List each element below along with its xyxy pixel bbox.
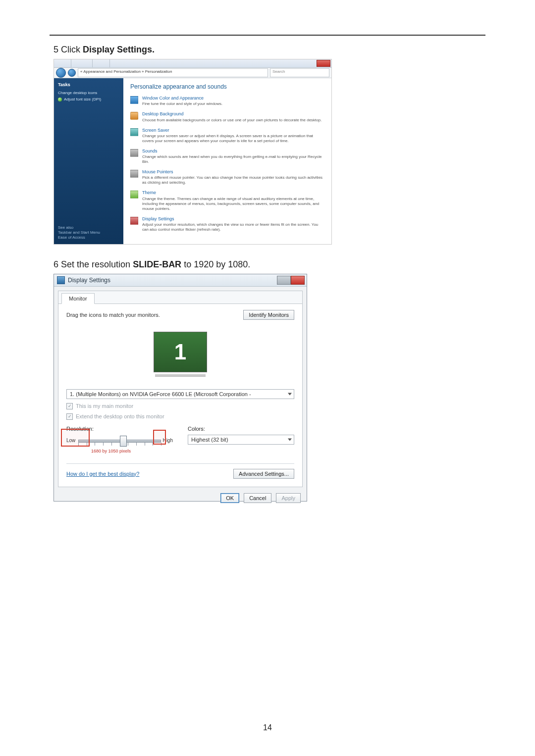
sidebar-heading: Tasks xyxy=(58,82,119,88)
close-button[interactable] xyxy=(291,276,305,285)
extend-desktop-checkbox: ✓ Extend the desktop onto this monitor xyxy=(66,413,294,420)
panel-title: Personalize appearance and sounds xyxy=(130,83,324,91)
slider-low-label: Low xyxy=(66,438,75,443)
personalize-item[interactable]: Mouse Pointers Pick a different mouse po… xyxy=(130,169,324,185)
resolution-slider[interactable]: Low High 1680 by 1050 pixels xyxy=(66,435,173,454)
item-desc: Pick a different mouse pointer. You can … xyxy=(142,175,324,185)
breadcrumb[interactable]: « Appearance and Personalization » Perso… xyxy=(78,68,268,77)
item-title: Window Color and Appearance xyxy=(142,96,222,101)
window-tabstrip xyxy=(54,59,331,68)
window-tab[interactable] xyxy=(54,59,71,67)
advanced-settings-button[interactable]: Advanced Settings... xyxy=(233,469,294,479)
personalize-item[interactable]: Desktop Background Choose from available… xyxy=(130,111,324,122)
personalize-item[interactable]: Sounds Change which sounds are heard whe… xyxy=(130,149,324,164)
minimize-button[interactable] xyxy=(277,276,291,285)
personalization-window: « Appearance and Personalization » Perso… xyxy=(54,59,332,245)
item-desc: Change the theme. Themes can change a wi… xyxy=(142,197,324,211)
item-title: Theme xyxy=(142,190,324,196)
window-color-icon xyxy=(130,96,138,104)
resolution-label: Resolution: xyxy=(66,426,173,432)
step-5-pre: Click xyxy=(61,45,83,54)
seealso-item[interactable]: Taskbar and Start Menu xyxy=(58,230,100,235)
top-rule xyxy=(50,35,485,36)
step-5: 5 Click Display Settings. xyxy=(54,45,485,55)
help-link[interactable]: How do I get the best display? xyxy=(66,471,139,477)
step-6-post: to 1920 by 1080. xyxy=(181,259,250,269)
forward-button[interactable] xyxy=(68,69,76,77)
item-desc: Change which sounds are heard when you d… xyxy=(142,154,324,164)
identify-monitors-button[interactable]: Identify Monitors xyxy=(243,310,294,320)
step-6: 6 Set the resolution SLIDE-BAR to 1920 b… xyxy=(54,259,485,270)
item-title: Desktop Background xyxy=(142,111,321,117)
resolution-readout: 1680 by 1050 pixels xyxy=(91,449,131,454)
checkbox-icon: ✓ xyxy=(66,413,73,420)
address-bar: « Appearance and Personalization » Perso… xyxy=(54,68,331,78)
colors-select[interactable]: Highest (32 bit) xyxy=(188,435,294,445)
item-desc: Change your screen saver or adjust when … xyxy=(142,134,324,144)
titlebar: Display Settings xyxy=(54,274,307,287)
checkbox-label: Extend the desktop onto this monitor xyxy=(76,413,164,419)
page-number: 14 xyxy=(0,723,535,732)
window-tab[interactable] xyxy=(71,59,93,67)
search-input[interactable]: Search xyxy=(270,68,329,77)
main-panel: Personalize appearance and sounds Window… xyxy=(123,78,331,244)
main-monitor-checkbox: ✓ This is my main monitor xyxy=(66,403,294,409)
checkbox-label: This is my main monitor xyxy=(76,403,133,409)
item-title: Screen Saver xyxy=(142,128,324,133)
mouse-pointer-icon xyxy=(130,170,138,178)
sidebar: Tasks Change desktop icons Adjust font s… xyxy=(54,78,123,244)
sidebar-item[interactable]: Change desktop icons xyxy=(58,91,119,96)
checkbox-icon: ✓ xyxy=(66,403,73,409)
ok-button[interactable]: OK xyxy=(220,493,239,503)
sidebar-seealso: See also Taskbar and Start Menu Ease of … xyxy=(58,225,100,240)
item-desc: Adjust your monitor resolution, which ch… xyxy=(142,222,324,232)
step-6-pre: Set the resolution xyxy=(61,259,133,269)
cancel-button[interactable]: Cancel xyxy=(244,493,271,503)
personalize-item[interactable]: Window Color and Appearance Fine tune th… xyxy=(130,96,324,106)
divider xyxy=(66,463,294,464)
dialog-buttons: OK Cancel Apply xyxy=(54,491,307,501)
step-5-num: 5 xyxy=(54,45,58,54)
resolution-group: Resolution: Low High xyxy=(66,426,173,454)
screen-saver-icon xyxy=(130,128,138,136)
window-tab[interactable] xyxy=(93,59,110,67)
slider-high-label: High xyxy=(162,438,173,443)
drag-label: Drag the icons to match your monitors. xyxy=(66,312,160,318)
tab-monitor[interactable]: Monitor xyxy=(61,293,95,304)
close-icon[interactable] xyxy=(317,60,330,67)
apply-button: Apply xyxy=(276,493,301,503)
desktop-background-icon xyxy=(130,112,138,120)
item-title: Mouse Pointers xyxy=(142,169,324,175)
personalize-item[interactable]: Screen Saver Change your screen saver or… xyxy=(130,128,324,144)
item-desc: Fine tune the color and style of your wi… xyxy=(142,101,222,106)
theme-icon xyxy=(130,191,138,199)
colors-label: Colors: xyxy=(188,426,294,432)
personalize-item[interactable]: Theme Change the theme. Themes can chang… xyxy=(130,190,324,211)
item-title: Display Settings xyxy=(142,216,324,222)
personalize-item-display-settings[interactable]: Display Settings Adjust your monitor res… xyxy=(130,216,324,232)
slider-thumb[interactable] xyxy=(120,436,127,447)
monitor-select[interactable]: 1. (Multiple Monitors) on NVIDIA GeForce… xyxy=(66,389,294,399)
sidebar-item[interactable]: Adjust font size (DPI) xyxy=(58,97,119,102)
monitor-icon[interactable]: 1 xyxy=(154,332,207,372)
item-title: Sounds xyxy=(142,149,324,154)
display-settings-dialog: Display Settings Monitor Drag the icons … xyxy=(54,274,307,502)
step-5-bold: Display Settings. xyxy=(83,45,155,54)
back-button[interactable] xyxy=(56,68,66,78)
monitor-number: 1 xyxy=(174,340,186,364)
monitor-preview: 1 xyxy=(68,327,292,384)
colors-group: Colors: Highest (32 bit) xyxy=(188,426,294,454)
sounds-icon xyxy=(130,149,138,157)
step-6-bold: SLIDE-BAR xyxy=(133,259,181,269)
seealso-heading: See also xyxy=(58,225,100,230)
display-settings-icon xyxy=(57,276,65,284)
dialog-title: Display Settings xyxy=(68,277,110,284)
step-6-num: 6 xyxy=(54,259,58,269)
seealso-item[interactable]: Ease of Access xyxy=(58,235,100,240)
display-settings-icon xyxy=(130,217,138,225)
item-desc: Choose from available backgrounds or col… xyxy=(142,118,321,123)
tabstrip: Monitor xyxy=(58,291,302,304)
